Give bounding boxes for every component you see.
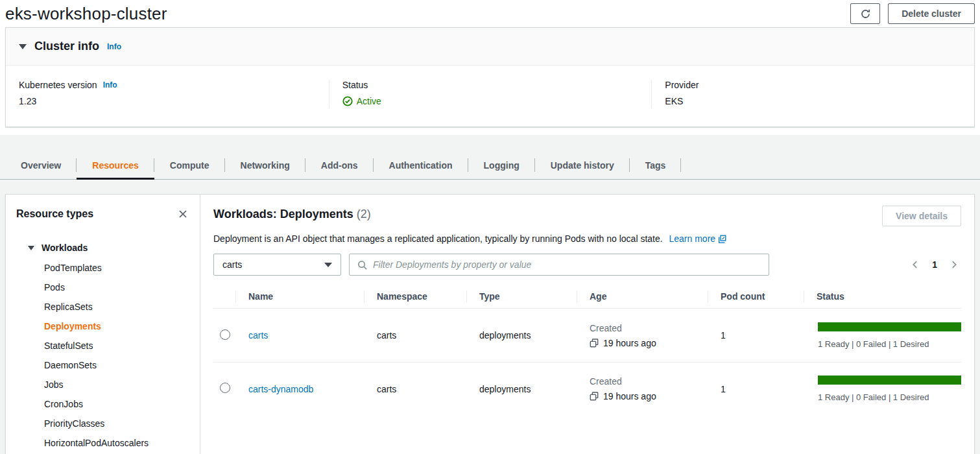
view-details-button[interactable]: View details bbox=[882, 206, 961, 226]
pagination: 1 bbox=[909, 259, 961, 270]
deployments-description: Deployment is an API object that manages… bbox=[213, 233, 961, 244]
sidebar-item-priorityclasses[interactable]: PriorityClasses bbox=[16, 414, 189, 433]
sidebar-item-daemonsets[interactable]: DaemonSets bbox=[16, 355, 189, 375]
learn-more-link[interactable]: Learn more bbox=[669, 233, 726, 244]
tab-logging[interactable]: Logging bbox=[468, 151, 535, 179]
resource-types-sidebar: Resource types Workloads PodTemplates Po… bbox=[6, 195, 200, 454]
age-cell: Created 19 hours ago bbox=[577, 323, 708, 348]
column-header-name: Name bbox=[235, 285, 364, 308]
deployments-table: Name Namespace Type Age Pod count Status… bbox=[213, 285, 961, 415]
column-header-pod-count: Pod count bbox=[708, 285, 804, 308]
search-box bbox=[349, 254, 769, 276]
refresh-button[interactable] bbox=[850, 3, 880, 24]
column-header-namespace: Namespace bbox=[364, 285, 466, 308]
status-field: Status Active bbox=[329, 80, 652, 108]
current-page-number[interactable]: 1 bbox=[932, 259, 937, 270]
selection-column-header bbox=[213, 285, 235, 308]
sidebar-close-button[interactable] bbox=[176, 208, 189, 221]
provider-label: Provider bbox=[665, 80, 961, 90]
close-icon bbox=[178, 209, 188, 219]
sidebar-title: Resource types bbox=[16, 208, 93, 220]
deployment-name-link[interactable]: carts-dynamodb bbox=[248, 384, 313, 394]
tab-resources[interactable]: Resources bbox=[77, 151, 154, 179]
check-circle-icon bbox=[342, 96, 353, 106]
age-value: 19 hours ago bbox=[603, 338, 656, 348]
column-header-type: Type bbox=[466, 285, 577, 308]
delete-cluster-button[interactable]: Delete cluster bbox=[888, 3, 975, 24]
tab-compute[interactable]: Compute bbox=[154, 151, 225, 179]
status-text: 1 Ready | 0 Failed | 1 Desired bbox=[818, 392, 961, 402]
sidebar-item-podtemplates[interactable]: PodTemplates bbox=[16, 258, 189, 278]
type-cell: deployments bbox=[466, 330, 577, 340]
table-row: carts-dynamodb carts deployments Created… bbox=[213, 362, 961, 415]
table-row: carts carts deployments Created 19 hours… bbox=[213, 309, 961, 362]
status-bar bbox=[818, 322, 961, 331]
copy-icon[interactable] bbox=[590, 392, 599, 401]
pod-count-cell: 1 bbox=[708, 330, 804, 340]
cluster-info-title: Cluster info bbox=[34, 40, 99, 53]
k8s-version-field: Kubernetes version Info 1.23 bbox=[6, 80, 329, 108]
collapse-caret-icon[interactable] bbox=[19, 44, 27, 49]
status-bar bbox=[818, 376, 961, 385]
tab-tags[interactable]: Tags bbox=[630, 151, 682, 179]
status-cell: 1 Ready | 0 Failed | 1 Desired bbox=[804, 322, 961, 349]
age-cell: Created 19 hours ago bbox=[577, 376, 708, 401]
cluster-info-body: Kubernetes version Info 1.23 Status Acti… bbox=[6, 66, 974, 126]
resource-tree: Workloads PodTemplates Pods ReplicaSets … bbox=[16, 239, 189, 453]
age-value: 19 hours ago bbox=[603, 391, 656, 401]
row-radio-button[interactable] bbox=[220, 383, 230, 393]
page-header-band: eks-workshop-cluster Delete cluster Clus… bbox=[0, 0, 980, 135]
dropdown-value: carts bbox=[222, 259, 242, 270]
tab-update-history[interactable]: Update history bbox=[535, 151, 630, 179]
status-value: Active bbox=[357, 96, 381, 106]
deployments-main-panel: Workloads: Deployments (2) View details … bbox=[200, 195, 974, 454]
deployments-count: (2) bbox=[357, 208, 371, 221]
tab-networking[interactable]: Networking bbox=[225, 151, 305, 179]
column-header-status: Status bbox=[804, 285, 961, 308]
cluster-info-card: Cluster info Info Kubernetes version Inf… bbox=[5, 27, 975, 127]
tab-authentication[interactable]: Authentication bbox=[374, 151, 468, 179]
sidebar-item-statefulsets[interactable]: StatefulSets bbox=[16, 336, 189, 355]
sidebar-item-pods[interactable]: Pods bbox=[16, 278, 189, 297]
namespace-cell: carts bbox=[364, 384, 466, 394]
cluster-info-header[interactable]: Cluster info Info bbox=[6, 28, 974, 66]
tree-group-workloads[interactable]: Workloads bbox=[16, 239, 189, 258]
sidebar-item-replicasets[interactable]: ReplicaSets bbox=[16, 297, 189, 317]
k8s-version-label: Kubernetes version bbox=[19, 80, 97, 90]
tab-overview[interactable]: Overview bbox=[5, 151, 77, 179]
chevron-down-icon bbox=[324, 263, 332, 267]
title-row: eks-workshop-cluster Delete cluster bbox=[5, 0, 975, 27]
search-icon bbox=[357, 260, 367, 270]
provider-value: EKS bbox=[665, 96, 961, 106]
cluster-info-info-link[interactable]: Info bbox=[107, 42, 121, 51]
sidebar-item-deployments[interactable]: Deployments bbox=[16, 317, 189, 336]
sidebar-item-horizontalpodautoscalers[interactable]: HorizontalPodAutoscalers bbox=[16, 433, 189, 453]
table-header-row: Name Namespace Type Age Pod count Status bbox=[213, 285, 961, 309]
status-cell: 1 Ready | 0 Failed | 1 Desired bbox=[804, 376, 961, 402]
status-text: 1 Ready | 0 Failed | 1 Desired bbox=[818, 339, 961, 349]
type-cell: deployments bbox=[466, 384, 577, 394]
column-header-age: Age bbox=[577, 285, 708, 308]
search-input[interactable] bbox=[373, 259, 761, 270]
header-actions: Delete cluster bbox=[850, 3, 975, 24]
row-radio-button[interactable] bbox=[220, 329, 230, 340]
tab-bar: Overview Resources Compute Networking Ad… bbox=[0, 151, 980, 180]
sidebar-item-jobs[interactable]: Jobs bbox=[16, 375, 189, 394]
namespace-cell: carts bbox=[364, 330, 466, 340]
provider-field: Provider EKS bbox=[651, 80, 974, 108]
pod-count-cell: 1 bbox=[708, 384, 804, 394]
previous-page-button[interactable] bbox=[909, 259, 921, 270]
status-label: Status bbox=[342, 80, 639, 90]
next-page-button[interactable] bbox=[948, 259, 960, 270]
copy-icon[interactable] bbox=[590, 339, 599, 348]
tab-add-ons[interactable]: Add-ons bbox=[305, 151, 374, 179]
external-link-icon bbox=[718, 235, 726, 243]
content-panel: Resource types Workloads PodTemplates Po… bbox=[5, 194, 975, 454]
k8s-version-value: 1.23 bbox=[19, 96, 316, 106]
sidebar-item-cronjobs[interactable]: CronJobs bbox=[16, 394, 189, 414]
k8s-version-info-link[interactable]: Info bbox=[103, 80, 117, 90]
deployments-title: Workloads: Deployments (2) bbox=[213, 206, 371, 221]
resource-filter-dropdown[interactable]: carts bbox=[213, 254, 341, 276]
deployment-name-link[interactable]: carts bbox=[248, 330, 268, 340]
tree-caret-icon bbox=[28, 246, 34, 250]
